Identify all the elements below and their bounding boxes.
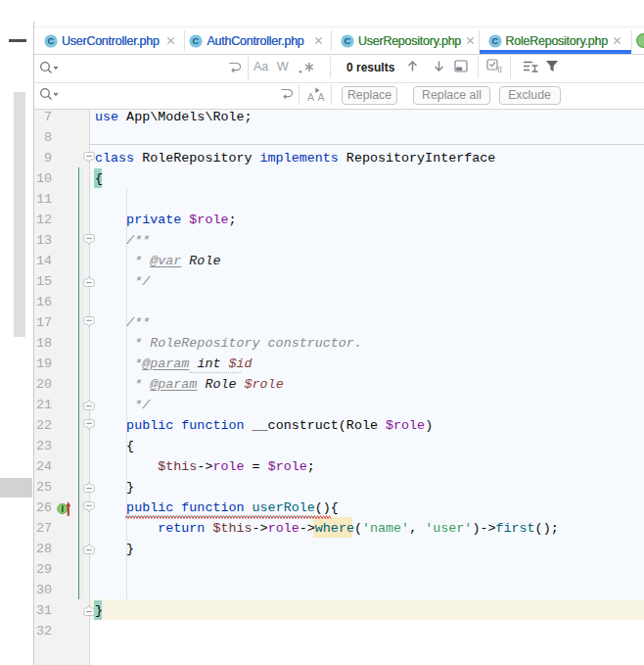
svg-text:C: C <box>492 35 499 46</box>
svg-text:A: A <box>318 91 325 103</box>
svg-text:C: C <box>344 35 350 46</box>
svg-text:C: C <box>48 35 55 46</box>
svg-text:A: A <box>307 91 314 103</box>
svg-text:II: II <box>497 66 502 73</box>
svg-text:C: C <box>193 35 200 46</box>
